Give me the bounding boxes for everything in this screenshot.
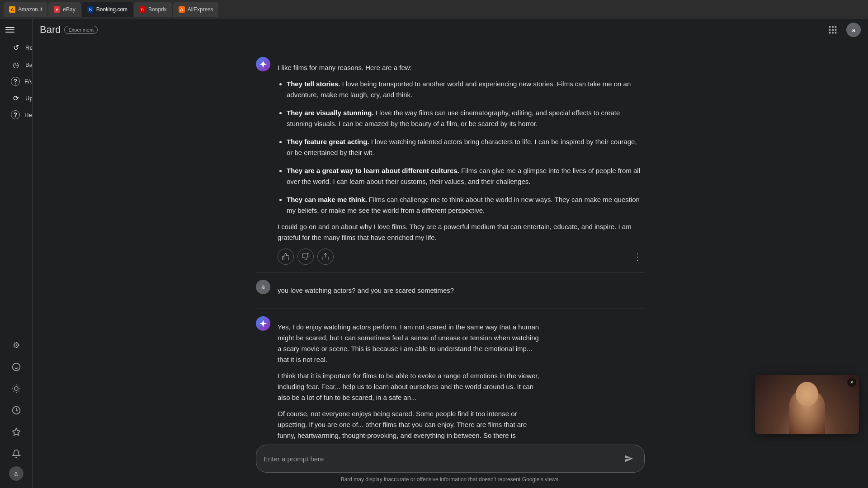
bullet-bold-5: They can make me think. [287,196,367,203]
tab-bonprix[interactable]: b Bonprix [134,2,172,17]
list-item: They are a great way to learn about diff… [287,165,645,187]
svg-line-6 [19,391,19,391]
svg-line-10 [19,386,19,386]
bard-bullet-list: They tell stories. I love being transpor… [278,79,645,216]
bard-intro-text: I like films for many reasons. Here are … [278,62,645,73]
more-options-button[interactable]: ⋮ [630,249,645,264]
sidebar-extensions-icon[interactable] [7,423,25,441]
video-feed [755,375,859,434]
tab-bonprix-label: Bonprix [148,6,167,13]
bullet-bold-1: They tell stories. [287,80,340,88]
sidebar-item-faq[interactable]: ? FAQ [5,73,33,89]
svg-rect-20 [835,32,837,34]
prompt-input-wrapper [256,445,645,473]
browser-tabs: A Amazon.it e eBay B Booking.com b Bonpr… [4,2,864,17]
list-item: They feature great acting. I love watchi… [287,136,645,158]
help-icon: ? [11,110,20,119]
tab-aliexpress-label: AliExpress [188,6,213,13]
browser-chrome: A Amazon.it e eBay B Booking.com b Bonpr… [0,0,868,19]
user-message-1: a you love watching actors? and you are … [256,272,645,309]
page-title: Bard [40,24,61,36]
sidebar-user-avatar[interactable]: a [9,466,24,481]
list-item: They tell stories. I love being transpor… [287,79,645,100]
disclaimer-text: Bard may display inaccurate or offensive… [33,473,868,488]
header-right: a [825,22,861,38]
svg-rect-16 [832,29,834,31]
header-area: Bard Experiment a [33,19,868,41]
chat-area: I like films for many reasons. Here are … [33,41,868,439]
sidebar-bottom: ⚙ [0,333,32,484]
faq-icon: ? [11,77,20,86]
share-button[interactable] [317,249,334,265]
video-close-button[interactable]: × [847,378,856,387]
bard-message-2-content: Yes, I do enjoy watching actors perform.… [278,316,540,439]
app-container: ↺ Reset chat ◷ Bard Activity ? FAQ ⟳ Upd… [0,19,868,488]
tab-aliexpress[interactable]: A AliExpress [173,2,219,17]
tab-amazon-label: Amazon.it [18,6,42,13]
tab-ebay[interactable]: e eBay [48,2,80,17]
user-avatar-chat: a [256,280,270,294]
apps-grid-icon[interactable] [825,22,841,38]
sidebar-item-help[interactable]: ? Help [5,107,33,123]
sidebar-item-bard-activity[interactable]: ◷ Bard Activity [5,56,33,73]
sidebar-item-updates[interactable]: ⟳ Updates [5,89,33,107]
svg-line-9 [13,391,14,391]
hamburger-menu[interactable] [5,25,14,34]
bullet-bold-2: They are visually stunning. [287,109,374,117]
updates-icon: ⟳ [11,93,21,103]
sidebar-item-reset-chat[interactable]: ↺ Reset chat [5,39,33,56]
bard-message-1-content: I like films for many reasons. Here are … [278,57,645,265]
sidebar-darkmode-icon[interactable] [7,380,25,398]
main-content: Bard Experiment a [33,19,868,488]
thumbs-down-button[interactable] [297,249,314,265]
tab-booking[interactable]: B Booking.com [82,2,133,17]
message-actions: ⋮ [278,249,645,265]
svg-rect-15 [829,29,831,31]
sidebar: ↺ Reset chat ◷ Bard Activity ? FAQ ⟳ Upd… [0,19,33,488]
list-item: They are visually stunning. I love the w… [287,108,645,129]
sidebar-top: ↺ Reset chat ◷ Bard Activity ? FAQ ⟳ Upd… [0,23,32,127]
bard-para-3: Of course, not everyone enjoys being sca… [278,408,540,439]
bard-activity-label: Bard Activity [25,61,33,68]
bard-avatar-2 [256,316,270,331]
sidebar-settings-icon[interactable]: ⚙ [7,336,25,354]
bard-activity-icon: ◷ [11,60,21,70]
svg-rect-17 [835,29,837,31]
svg-rect-14 [835,26,837,28]
message-group: I like films for many reasons. Here are … [256,50,645,439]
prompt-input[interactable] [264,455,615,463]
bard-avatar-1 [256,57,270,71]
help-label: Help [24,112,33,118]
svg-line-5 [13,386,14,386]
bullet-bold-3: They feature great acting. [287,138,369,145]
send-button[interactable] [621,450,637,467]
faq-label: FAQ [24,78,33,85]
reset-chat-icon: ↺ [11,42,21,52]
sidebar-header [5,23,27,37]
user-message-text: you love watching actors? and you are sc… [278,285,645,296]
tab-booking-label: Booking.com [96,6,127,13]
user-avatar[interactable]: a [846,23,861,37]
svg-rect-12 [829,26,831,28]
bard-message-1: I like films for many reasons. Here are … [256,50,645,272]
bard-message-2: Yes, I do enjoy watching actors perform.… [256,309,645,439]
bullet-bold-4: They are a great way to learn about diff… [287,167,459,174]
thumbs-up-button[interactable] [278,249,294,265]
video-overlay: × [755,375,859,434]
svg-rect-13 [832,26,834,28]
bard-para-2: I think that it is important for films t… [278,371,540,403]
sidebar-feedback-icon[interactable] [7,358,25,376]
tab-amazon[interactable]: A Amazon.it [4,2,47,17]
updates-label: Updates [25,95,33,102]
sidebar-notification-icon[interactable] [7,445,25,463]
svg-rect-18 [829,32,831,34]
user-message-1-content: you love watching actors? and you are sc… [278,280,645,301]
list-item: They can make me think. Films can challe… [287,194,645,216]
tab-ebay-label: eBay [63,6,75,13]
bard-para-1: Yes, I do enjoy watching actors perform.… [278,322,540,365]
svg-rect-19 [832,32,834,34]
bard-outro-text: I could go on and on about why I love fi… [278,221,645,243]
experiment-badge: Experiment [64,26,98,34]
input-area [238,439,663,473]
sidebar-history-icon[interactable] [7,401,25,419]
